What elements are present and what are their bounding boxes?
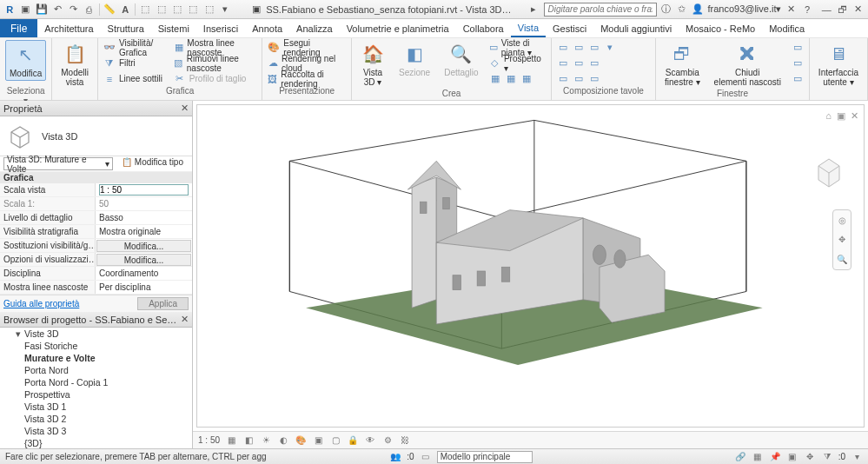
viewcube[interactable]	[808, 150, 850, 192]
workset-icon[interactable]: 👥	[389, 451, 401, 463]
browser-node[interactable]: Prospettiva	[0, 388, 192, 401]
scale-label[interactable]: 1 : 50	[198, 435, 220, 445]
crop-region-icon[interactable]: ▢	[329, 434, 341, 447]
signin-icon[interactable]: 👤	[692, 3, 704, 17]
reveal-icon[interactable]: ⚙	[381, 434, 394, 447]
tab-volumetrie[interactable]: Volumetrie e planimetria	[340, 19, 456, 37]
sunpath-icon[interactable]: ☀	[260, 434, 272, 447]
user-menu[interactable]: franco93@live.it▾	[707, 3, 781, 15]
crop-icon[interactable]: ▣	[312, 434, 324, 447]
text-tool-icon[interactable]: A	[119, 3, 131, 17]
qat-icon[interactable]: ⬚	[171, 3, 183, 17]
browser-node[interactable]: ▾Viste 3D	[0, 328, 192, 340]
view-selector[interactable]: Vista 3D: Murature e Volte▾	[3, 157, 113, 170]
select-pinned-icon[interactable]: 📌	[769, 451, 781, 463]
win-btn[interactable]: ▭	[792, 56, 804, 70]
tab-collabora[interactable]: Collabora	[456, 19, 511, 37]
redo-icon[interactable]: ↷	[67, 3, 79, 17]
hide-icon[interactable]: 👁	[364, 434, 376, 447]
home-icon[interactable]: ⌂	[825, 110, 832, 122]
filter-dropdown-icon[interactable]: ▾	[851, 451, 863, 463]
tab-modifica[interactable]: Modifica	[762, 19, 812, 37]
undo-icon[interactable]: ↶	[51, 3, 63, 17]
minimize-icon[interactable]: —	[820, 3, 832, 17]
measure-icon[interactable]: 📏	[103, 3, 116, 17]
3d-canvas[interactable]: ⌂ ▣ ✕ ◎ ✥ 🔍	[196, 104, 865, 428]
browser-node-active[interactable]: Murature e Volte	[0, 352, 192, 364]
browser-node[interactable]: Vista 3D 1	[0, 401, 192, 413]
swap-windows-button[interactable]: 🗗Scambia finestre ▾	[661, 40, 704, 89]
tab-gestisci[interactable]: Gestisci	[546, 19, 593, 37]
tab-inserisci[interactable]: Inserisci	[196, 19, 245, 37]
qat-icon[interactable]: ⬚	[203, 3, 215, 17]
qat-icon[interactable]: ⬚	[156, 3, 168, 17]
zoom-icon[interactable]: 🔍	[837, 255, 847, 264]
browser-node[interactable]: Porta Nord	[0, 364, 192, 376]
print-icon[interactable]: ⎙	[83, 3, 96, 17]
tab-vista[interactable]: Vista	[511, 19, 546, 37]
star-icon[interactable]: ✩	[676, 3, 688, 17]
save-icon[interactable]: 💾	[36, 3, 48, 17]
tab-sistemi[interactable]: Sistemi	[151, 19, 196, 37]
thin-lines-button[interactable]: ≡Linee sottili	[103, 71, 167, 86]
filters-button[interactable]: ⧩Filtri	[103, 56, 167, 70]
tab-annota[interactable]: Annota	[245, 19, 289, 37]
modify-button[interactable]: ↖ Modifica	[5, 40, 46, 81]
tab-analizza[interactable]: Analizza	[289, 19, 340, 37]
close-icon[interactable]: ✕	[181, 103, 189, 114]
file-tab[interactable]: File	[0, 19, 37, 37]
cloud-render-button[interactable]: ☁Rendering nel cloud	[268, 56, 346, 70]
ui-button[interactable]: 🖥Interfaccia utente ▾	[815, 40, 862, 89]
close-icon[interactable]: ✕	[181, 314, 189, 325]
qat-icon[interactable]: ⬚	[187, 3, 199, 17]
plan-views-button[interactable]: ▭Viste di pianta ▾	[489, 40, 546, 55]
select-underlay-icon[interactable]: ▦	[752, 451, 764, 463]
visual-style-icon[interactable]: ◧	[242, 434, 255, 447]
viewtools-icon[interactable]: ▣	[837, 110, 845, 122]
nav-bar[interactable]: ◎ ✥ 🔍	[832, 209, 851, 270]
qat-icon[interactable]: ⬚	[139, 3, 151, 17]
detail-level-icon[interactable]: ▦	[225, 434, 237, 447]
sheet-btn[interactable]: ▭▭▭▾	[557, 40, 616, 55]
exchange-icon[interactable]: ✕	[785, 3, 797, 17]
browser-node[interactable]: {3D}	[0, 437, 192, 448]
drag-icon[interactable]: ✥	[804, 451, 816, 463]
detail-button[interactable]: 🔍Dettaglio	[441, 40, 481, 79]
lock-icon[interactable]: 🔒	[347, 434, 359, 447]
section-button[interactable]: ◧Sezione	[395, 40, 434, 79]
select-face-icon[interactable]: ▣	[786, 451, 798, 463]
help-link[interactable]: Guida alle proprietà	[3, 299, 79, 308]
sheet-btn[interactable]: ▭▭▭	[557, 71, 616, 86]
view-templates-button[interactable]: 📋 Modelli vista	[57, 40, 92, 89]
render-gallery-button[interactable]: 🖼Raccolta di rendering	[268, 71, 346, 86]
info-icon[interactable]: ⓘ	[660, 3, 673, 17]
tab-mosaico[interactable]: Mosaico - ReMo	[679, 19, 762, 37]
remove-hidden-button[interactable]: ▧Rimuovi linee nascoste	[174, 56, 256, 70]
shadows-icon[interactable]: ◐	[277, 434, 289, 447]
main-model-selector[interactable]: Modello principale	[437, 451, 533, 463]
prop-value[interactable]: Coordinamento	[96, 267, 192, 280]
sheet-btn[interactable]: ▭▭▭	[557, 56, 616, 70]
maximize-icon[interactable]: 🗗	[836, 3, 848, 17]
browser-node[interactable]: Porta Nord - Copia 1	[0, 376, 192, 388]
browser-node[interactable]: Vista 3D 2	[0, 413, 192, 425]
editrequest-icon[interactable]: ▭	[420, 451, 432, 463]
prop-value[interactable]	[96, 183, 192, 196]
prop-value[interactable]: Mostra originale	[96, 225, 192, 238]
browser-node[interactable]: Fasi Storiche	[0, 340, 192, 352]
tab-architettura[interactable]: Architettura	[37, 19, 100, 37]
prop-value[interactable]: Basso	[96, 211, 192, 224]
open-icon[interactable]: ▣	[19, 3, 31, 17]
qat-dropdown-icon[interactable]: ▾	[219, 3, 231, 17]
cut-profile-button[interactable]: ✂Profilo di taglio	[174, 71, 256, 86]
tab-struttura[interactable]: Struttura	[101, 19, 151, 37]
project-browser[interactable]: ▾Viste 3D Fasi Storiche Murature e Volte…	[0, 328, 192, 448]
prop-edit-button[interactable]: Modifica...	[96, 254, 191, 266]
win-btn[interactable]: ▭	[792, 40, 804, 55]
elevation-button[interactable]: ◇Prospetto ▾	[489, 56, 546, 70]
close-view-icon[interactable]: ✕	[851, 110, 858, 122]
help-search-input[interactable]	[544, 3, 657, 17]
type-selector[interactable]: Vista 3D	[0, 116, 192, 156]
view3d-button[interactable]: 🏠Vista 3D ▾	[357, 40, 388, 89]
apply-button[interactable]: Applica	[137, 297, 189, 310]
